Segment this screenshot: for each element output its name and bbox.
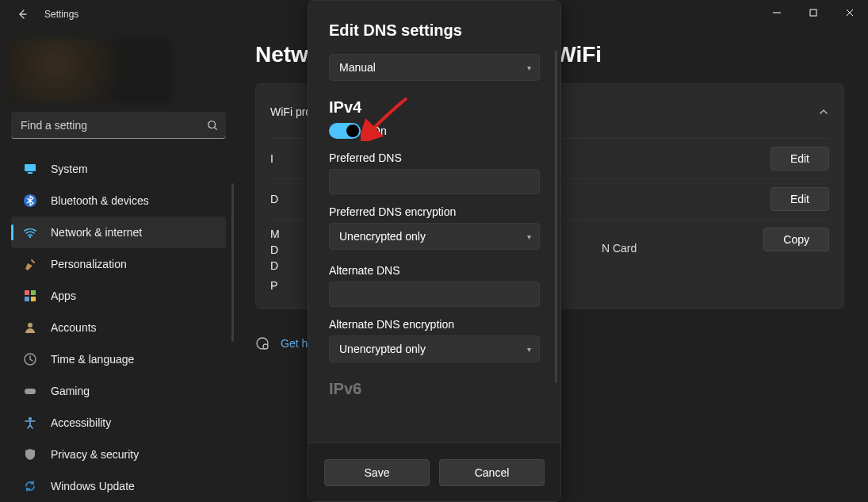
prop-line-m: M bbox=[270, 228, 280, 240]
sidebar-item-label: Accessibility bbox=[51, 416, 111, 429]
sidebar-item-label: System bbox=[51, 163, 88, 175]
edit-dns-button[interactable]: Edit bbox=[770, 187, 829, 211]
maximize-icon bbox=[809, 9, 817, 17]
ipv4-toggle[interactable] bbox=[329, 123, 361, 139]
prop-line-d1: D bbox=[270, 243, 280, 256]
bluetooth-icon bbox=[22, 193, 38, 209]
alternate-dns-encryption-value: Unencrypted only bbox=[339, 343, 426, 355]
account-profile-area[interactable] bbox=[6, 39, 171, 102]
edit-ip-button[interactable]: Edit bbox=[770, 147, 829, 171]
preferred-dns-encryption-label: Preferred DNS encryption bbox=[329, 205, 540, 218]
save-button[interactable]: Save bbox=[324, 459, 430, 486]
sidebar-item-accounts[interactable]: Accounts bbox=[11, 312, 226, 343]
window-title: Settings bbox=[44, 9, 78, 20]
sidebar-item-accessibility[interactable]: Accessibility bbox=[11, 407, 226, 439]
svg-rect-8 bbox=[25, 297, 29, 301]
sidebar-item-label: Accounts bbox=[51, 321, 97, 334]
sidebar-item-personalization[interactable]: Personalization bbox=[11, 248, 226, 280]
sidebar-item-label: Windows Update bbox=[51, 480, 135, 492]
preferred-dns-label: Preferred DNS bbox=[329, 151, 540, 164]
sidebar-item-label: Privacy & security bbox=[51, 448, 139, 461]
minimize-icon bbox=[773, 9, 781, 17]
alternate-dns-input[interactable] bbox=[329, 282, 540, 307]
sidebar-item-gaming[interactable]: Gaming bbox=[11, 375, 226, 407]
wifi-icon bbox=[22, 224, 38, 240]
dialog-scrollbar[interactable] bbox=[555, 50, 557, 383]
sidebar: SystemBluetooth & devicesNetwork & inter… bbox=[0, 28, 238, 502]
dns-mode-value: Manual bbox=[339, 61, 376, 74]
sidebar-item-bluetooth[interactable]: Bluetooth & devices bbox=[11, 185, 226, 217]
edit-dns-dialog: Edit DNS settings Manual ▾ IPv4 On Prefe… bbox=[308, 0, 561, 502]
shield-icon bbox=[22, 446, 38, 462]
sidebar-item-label: Apps bbox=[51, 289, 76, 302]
copy-button[interactable]: Copy bbox=[763, 228, 829, 251]
sidebar-item-privacy[interactable]: Privacy & security bbox=[11, 439, 226, 470]
accessibility-icon bbox=[22, 415, 38, 431]
cancel-button[interactable]: Cancel bbox=[439, 459, 545, 486]
sidebar-item-label: Personalization bbox=[51, 258, 127, 270]
sidebar-item-time[interactable]: Time & language bbox=[11, 343, 226, 375]
svg-rect-3 bbox=[28, 172, 33, 174]
svg-rect-9 bbox=[31, 297, 36, 301]
dialog-title: Edit DNS settings bbox=[329, 21, 540, 40]
minimize-button[interactable] bbox=[759, 0, 795, 25]
svg-rect-0 bbox=[810, 10, 816, 16]
chevron-down-icon: ▾ bbox=[527, 232, 531, 241]
back-button[interactable] bbox=[14, 6, 30, 22]
chevron-down-icon: ▾ bbox=[527, 345, 531, 354]
chevron-down-icon: ▾ bbox=[527, 63, 531, 72]
sidebar-scrollbar[interactable] bbox=[231, 183, 234, 342]
apps-icon bbox=[22, 288, 38, 304]
ip-assignment-label: I bbox=[270, 152, 273, 165]
svg-point-13 bbox=[29, 417, 32, 420]
adapter-desc-fragment: N Card bbox=[602, 242, 637, 255]
ipv4-toggle-state: On bbox=[372, 125, 387, 137]
gaming-icon bbox=[22, 383, 38, 399]
close-button[interactable] bbox=[832, 0, 868, 25]
brush-icon bbox=[22, 256, 38, 272]
svg-rect-2 bbox=[25, 164, 36, 171]
wifi-properties-label: WiFi pro bbox=[270, 105, 312, 118]
prop-line-d2: D bbox=[270, 259, 280, 272]
svg-rect-6 bbox=[25, 290, 29, 295]
preferred-dns-input[interactable] bbox=[329, 169, 540, 194]
monitor-icon bbox=[22, 161, 38, 177]
sidebar-item-apps[interactable]: Apps bbox=[11, 280, 226, 312]
person-icon bbox=[22, 320, 38, 335]
sidebar-item-update[interactable]: Windows Update bbox=[11, 470, 226, 502]
nav-list: SystemBluetooth & devicesNetwork & inter… bbox=[6, 153, 231, 502]
update-icon bbox=[22, 478, 38, 494]
alternate-dns-encryption-label: Alternate DNS encryption bbox=[329, 318, 540, 331]
sidebar-item-label: Network & internet bbox=[51, 226, 142, 239]
svg-point-15 bbox=[263, 344, 268, 349]
alternate-dns-encryption-select[interactable]: Unencrypted only ▾ bbox=[329, 335, 540, 362]
chevron-up-icon[interactable] bbox=[818, 106, 829, 117]
sidebar-item-system[interactable]: System bbox=[11, 153, 226, 185]
ipv4-heading: IPv4 bbox=[329, 98, 540, 117]
sidebar-item-label: Gaming bbox=[51, 385, 90, 397]
sidebar-item-network[interactable]: Network & internet bbox=[11, 217, 226, 248]
prop-line-p: P bbox=[270, 279, 277, 292]
preferred-dns-encryption-value: Unencrypted only bbox=[339, 230, 426, 243]
help-icon bbox=[255, 336, 270, 351]
svg-point-5 bbox=[29, 236, 31, 238]
sidebar-item-label: Time & language bbox=[51, 353, 134, 366]
clock-icon bbox=[22, 351, 38, 367]
get-help-link[interactable]: Get h bbox=[281, 337, 308, 350]
dns-assignment-label: D bbox=[270, 193, 278, 205]
breadcrumb-wifi[interactable]: WiFi bbox=[555, 42, 602, 67]
svg-point-10 bbox=[28, 323, 33, 328]
dns-mode-select[interactable]: Manual ▾ bbox=[329, 54, 540, 81]
alternate-dns-label: Alternate DNS bbox=[329, 264, 540, 277]
svg-rect-7 bbox=[31, 290, 36, 295]
close-icon bbox=[846, 9, 854, 17]
breadcrumb-network[interactable]: Netw bbox=[255, 42, 308, 67]
svg-rect-12 bbox=[25, 389, 36, 394]
sidebar-item-label: Bluetooth & devices bbox=[51, 194, 149, 207]
preferred-dns-encryption-select[interactable]: Unencrypted only ▾ bbox=[329, 223, 540, 250]
back-arrow-icon bbox=[16, 8, 29, 21]
maximize-button[interactable] bbox=[795, 0, 832, 25]
search-input[interactable] bbox=[11, 112, 226, 139]
ipv6-heading: IPv6 bbox=[329, 380, 540, 398]
